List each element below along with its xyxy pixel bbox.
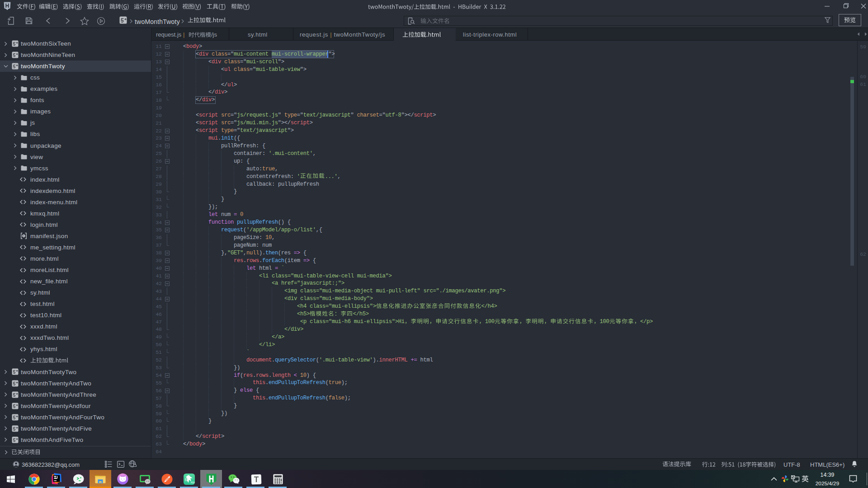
svg-text:PDF: PDF xyxy=(191,482,195,484)
